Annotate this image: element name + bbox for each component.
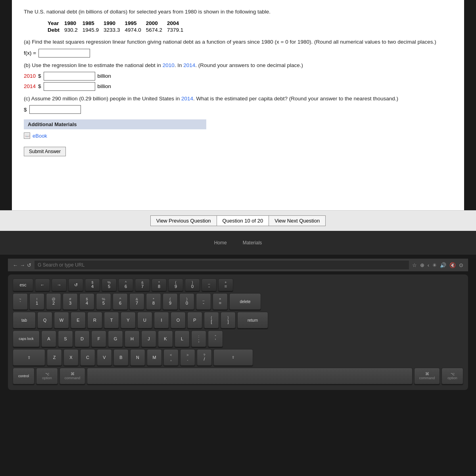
- key-star-8[interactable]: *8: [152, 278, 167, 291]
- key-equals[interactable]: +=: [213, 293, 228, 310]
- key-b[interactable]: B: [113, 349, 129, 366]
- key-m[interactable]: M: [147, 349, 162, 366]
- key-9[interactable]: (9: [163, 293, 178, 310]
- key-7[interactable]: &7: [129, 293, 144, 310]
- key-spacebar[interactable]: [87, 368, 413, 384]
- key-e[interactable]: E: [71, 312, 86, 328]
- key-command-left[interactable]: ⌘ command: [60, 368, 85, 384]
- circle-icon[interactable]: ⊙: [459, 262, 463, 268]
- key-option-right[interactable]: ⌥ option: [441, 368, 463, 384]
- key-8[interactable]: *8: [146, 293, 161, 310]
- key-g[interactable]: G: [108, 330, 123, 347]
- key-f[interactable]: F: [91, 330, 106, 347]
- key-rbracket[interactable]: }]: [221, 312, 236, 328]
- key-l[interactable]: L: [175, 330, 190, 347]
- settings-icon[interactable]: ✳: [432, 262, 437, 268]
- key-refresh[interactable]: ↺: [68, 278, 83, 291]
- key-semicolon[interactable]: :;: [191, 330, 206, 347]
- key-slash[interactable]: ?/: [197, 349, 212, 366]
- table-header-year: Year: [48, 20, 64, 27]
- key-comma[interactable]: <,: [163, 349, 178, 366]
- debt-2010-input[interactable]: [44, 72, 95, 81]
- mute-icon[interactable]: 🔇: [449, 262, 456, 268]
- key-0[interactable]: )0: [179, 293, 194, 310]
- key-quote[interactable]: "': [208, 330, 223, 347]
- view-prev-button[interactable]: View Previous Question: [150, 215, 217, 226]
- key-delete[interactable]: delete: [229, 293, 261, 310]
- key-2[interactable]: @2: [46, 293, 61, 310]
- key-6[interactable]: ^6: [113, 293, 128, 310]
- key-j[interactable]: J: [141, 330, 156, 347]
- key-lparen-9[interactable]: (9: [168, 278, 183, 291]
- chevron-icon[interactable]: ‹: [428, 262, 429, 268]
- key-5[interactable]: %5: [96, 293, 111, 310]
- fx-label: f(x) =: [24, 50, 36, 56]
- home-link[interactable]: Home: [214, 240, 227, 246]
- key-o[interactable]: O: [171, 312, 186, 328]
- key-command-right[interactable]: ⌘ command: [414, 368, 440, 384]
- key-q[interactable]: Q: [37, 312, 52, 328]
- ebook-link[interactable]: 📖 eBook: [24, 132, 452, 139]
- refresh-icon[interactable]: ↺: [27, 262, 31, 268]
- key-return[interactable]: return: [237, 312, 268, 328]
- fn-key-row: esc ← → ↺ $4 %5 ^6 &7 *8 (9 )0 _- +=: [13, 278, 463, 291]
- key-a[interactable]: A: [41, 330, 56, 347]
- key-u[interactable]: U: [137, 312, 152, 328]
- key-s[interactable]: S: [58, 330, 73, 347]
- forward-icon[interactable]: →: [20, 262, 25, 268]
- key-hyphen[interactable]: _-: [196, 293, 211, 310]
- add-tab-icon[interactable]: ⊕: [420, 262, 424, 268]
- key-1[interactable]: !1: [29, 293, 44, 310]
- volume-icon[interactable]: 🔊: [440, 262, 446, 268]
- table-row-debt-label: Debt: [48, 27, 64, 33]
- key-control[interactable]: control: [13, 368, 35, 384]
- key-3[interactable]: #3: [63, 293, 78, 310]
- billion-2010: billion: [98, 73, 111, 79]
- key-dollar-4[interactable]: $4: [85, 278, 100, 291]
- materials-link[interactable]: Materials: [243, 240, 262, 246]
- key-x[interactable]: X: [63, 349, 79, 366]
- key-i[interactable]: I: [154, 312, 169, 328]
- key-n[interactable]: N: [130, 349, 145, 366]
- key-period[interactable]: >.: [180, 349, 195, 366]
- key-rparen-0[interactable]: )0: [185, 278, 200, 291]
- additional-materials-bar: Additional Materials: [24, 119, 206, 129]
- key-option-left[interactable]: ⌥ option: [36, 368, 58, 384]
- view-next-button[interactable]: View Next Question: [269, 215, 326, 226]
- key-plus[interactable]: +=: [218, 278, 233, 291]
- key-t[interactable]: T: [104, 312, 119, 328]
- key-v[interactable]: V: [97, 349, 112, 366]
- key-w[interactable]: W: [54, 312, 69, 328]
- debt-2014-input[interactable]: [44, 82, 95, 91]
- per-capita-input[interactable]: [29, 105, 81, 114]
- key-arrow-right[interactable]: →: [52, 278, 67, 291]
- key-d[interactable]: D: [75, 330, 90, 347]
- key-tab[interactable]: tab: [13, 312, 36, 328]
- key-p[interactable]: P: [187, 312, 202, 328]
- back-icon[interactable]: ←: [13, 262, 18, 268]
- key-caret-6[interactable]: ^6: [118, 278, 133, 291]
- key-k[interactable]: K: [158, 330, 173, 347]
- key-caps-lock[interactable]: caps lock: [13, 330, 40, 347]
- key-shift-right[interactable]: ⇧: [213, 349, 253, 366]
- address-input[interactable]: [35, 261, 409, 269]
- year-2010-label: 2010: [24, 73, 36, 79]
- key-y[interactable]: Y: [121, 312, 136, 328]
- dollar-2010: $: [38, 73, 41, 79]
- key-4[interactable]: $4: [79, 293, 94, 310]
- key-minus[interactable]: _-: [202, 278, 217, 291]
- key-c[interactable]: C: [80, 349, 95, 366]
- key-h[interactable]: H: [125, 330, 140, 347]
- submit-button[interactable]: Submit Answer: [24, 147, 66, 156]
- key-lbracket[interactable]: {[: [204, 312, 219, 328]
- key-amp-7[interactable]: &7: [135, 278, 150, 291]
- key-esc[interactable]: esc: [13, 278, 33, 291]
- key-percent-5[interactable]: %5: [102, 278, 117, 291]
- fx-input[interactable]: [38, 49, 90, 58]
- key-z[interactable]: Z: [47, 349, 62, 366]
- key-r[interactable]: R: [87, 312, 102, 328]
- star-icon[interactable]: ☆: [412, 262, 417, 268]
- key-shift-left[interactable]: ⇧: [13, 349, 45, 366]
- key-arrow-left[interactable]: ←: [35, 278, 50, 291]
- key-backtick[interactable]: ~`: [13, 293, 28, 310]
